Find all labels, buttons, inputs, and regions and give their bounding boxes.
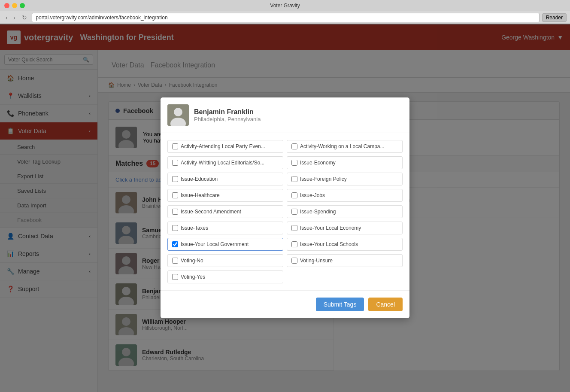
checkbox-label: Activity-Working on a Local Campa... bbox=[300, 143, 385, 149]
back-button[interactable]: ‹ bbox=[3, 13, 10, 22]
checkbox-act-local-party[interactable] bbox=[172, 143, 178, 149]
refresh-button[interactable]: ↻ bbox=[20, 13, 29, 22]
checkbox-label: Issue-Economy bbox=[300, 160, 336, 166]
checkbox-item-issue-foreign-policy[interactable]: Issue-Foreign Policy bbox=[287, 173, 403, 185]
modal-overlay: Benjamin Franklin Philadelphia, Pennsylv… bbox=[0, 24, 570, 392]
checkbox-issue-education[interactable] bbox=[172, 176, 178, 182]
checkbox-issue-your-local-economy[interactable] bbox=[291, 225, 297, 231]
checkbox-item-issue-your-local-government[interactable]: Issue-Your Local Government bbox=[167, 238, 283, 251]
checkbox-label: Voting-Yes bbox=[181, 274, 205, 280]
checkbox-label: Voting-No bbox=[181, 258, 203, 264]
modal-person-avatar bbox=[167, 104, 189, 126]
checkbox-voting-yes[interactable] bbox=[172, 274, 178, 280]
address-bar[interactable] bbox=[32, 13, 539, 22]
browser-toolbar: ‹ › ↻ Reader bbox=[0, 11, 570, 24]
checkbox-item-issue-spending[interactable]: Issue-Spending bbox=[287, 205, 403, 218]
modal-person-location: Philadelphia, Pennsylvania bbox=[194, 116, 261, 122]
checkbox-label: Voting-Unsure bbox=[300, 258, 333, 264]
minimize-button[interactable] bbox=[12, 3, 17, 8]
checkbox-item-voting-unsure[interactable]: Voting-Unsure bbox=[287, 254, 403, 267]
checkbox-issue-taxes[interactable] bbox=[172, 225, 178, 231]
checkbox-voting-unsure[interactable] bbox=[291, 258, 297, 264]
svg-point-25 bbox=[174, 108, 182, 116]
checkbox-issue-jobs[interactable] bbox=[291, 192, 297, 198]
tag-modal: Benjamin Franklin Philadelphia, Pennsylv… bbox=[161, 97, 409, 318]
checkbox-item-act-working-campaign[interactable]: Activity-Working on a Local Campa... bbox=[287, 140, 403, 153]
checkbox-label: Issue-Healthcare bbox=[181, 192, 220, 198]
checkbox-issue-foreign-policy[interactable] bbox=[291, 176, 297, 182]
reader-button[interactable]: Reader bbox=[542, 13, 567, 22]
checkbox-voting-no[interactable] bbox=[172, 258, 178, 264]
checkbox-issue-spending[interactable] bbox=[291, 209, 297, 215]
checkbox-issue-your-local-government[interactable] bbox=[172, 241, 178, 247]
checkbox-label: Issue-Taxes bbox=[181, 225, 208, 231]
checkbox-label: Issue-Jobs bbox=[300, 192, 325, 198]
checkbox-item-issue-taxes[interactable]: Issue-Taxes bbox=[167, 222, 283, 234]
checkbox-issue-economy[interactable] bbox=[291, 160, 297, 166]
checkbox-item-issue-jobs[interactable]: Issue-Jobs bbox=[287, 189, 403, 202]
modal-person-header: Benjamin Franklin Philadelphia, Pennsylv… bbox=[161, 97, 409, 133]
tag-checkboxes: Activity-Attending Local Party Even... A… bbox=[161, 133, 409, 290]
checkbox-act-working-campaign[interactable] bbox=[291, 143, 297, 149]
checkbox-item-issue-education[interactable]: Issue-Education bbox=[167, 173, 283, 185]
checkbox-label: Issue-Your Local Economy bbox=[300, 225, 361, 231]
checkbox-item-voting-yes[interactable]: Voting-Yes bbox=[167, 270, 283, 283]
close-button[interactable] bbox=[4, 3, 9, 8]
modal-footer: Submit Tags Cancel bbox=[161, 290, 409, 318]
checkbox-label: Issue-Second Amendment bbox=[181, 209, 241, 215]
checkbox-issue-healthcare[interactable] bbox=[172, 192, 178, 198]
checkbox-label: Issue-Your Local Government bbox=[181, 241, 249, 247]
checkbox-label: Activity-Attending Local Party Even... bbox=[181, 143, 265, 149]
browser-title: Voter Gravity bbox=[270, 3, 300, 9]
checkbox-label: Issue-Foreign Policy bbox=[300, 176, 347, 182]
forward-button[interactable]: › bbox=[11, 13, 18, 22]
checkbox-label: Issue-Your Local Schools bbox=[300, 241, 358, 247]
checkbox-item-issue-your-local-economy[interactable]: Issue-Your Local Economy bbox=[287, 222, 403, 234]
modal-person-name: Benjamin Franklin bbox=[194, 108, 261, 116]
checkbox-item-voting-no[interactable]: Voting-No bbox=[167, 254, 283, 267]
checkbox-item-issue-economy[interactable]: Issue-Economy bbox=[287, 156, 403, 169]
checkbox-issue-your-local-schools[interactable] bbox=[291, 241, 297, 247]
checkbox-act-writing-editorial[interactable] bbox=[172, 160, 178, 166]
cancel-button[interactable]: Cancel bbox=[368, 298, 403, 311]
checkbox-item-issue-second-amendment[interactable]: Issue-Second Amendment bbox=[167, 205, 283, 218]
checkbox-item-issue-your-local-schools[interactable]: Issue-Your Local Schools bbox=[287, 238, 403, 251]
browser-titlebar: Voter Gravity bbox=[0, 0, 570, 11]
checkbox-item-act-writing-editorial[interactable]: Activity-Writting Local Editorials/So... bbox=[167, 156, 283, 169]
checkbox-label: Issue-Spending bbox=[300, 209, 336, 215]
checkbox-item-act-local-party[interactable]: Activity-Attending Local Party Even... bbox=[167, 140, 283, 153]
maximize-button[interactable] bbox=[20, 3, 25, 8]
checkbox-label: Activity-Writting Local Editorials/So... bbox=[181, 160, 264, 166]
submit-tags-button[interactable]: Submit Tags bbox=[316, 298, 364, 311]
checkbox-label: Issue-Education bbox=[181, 176, 218, 182]
modal-person-details: Benjamin Franklin Philadelphia, Pennsylv… bbox=[194, 108, 261, 122]
checkbox-issue-second-amendment[interactable] bbox=[172, 209, 178, 215]
checkbox-item-issue-healthcare[interactable]: Issue-Healthcare bbox=[167, 189, 283, 202]
